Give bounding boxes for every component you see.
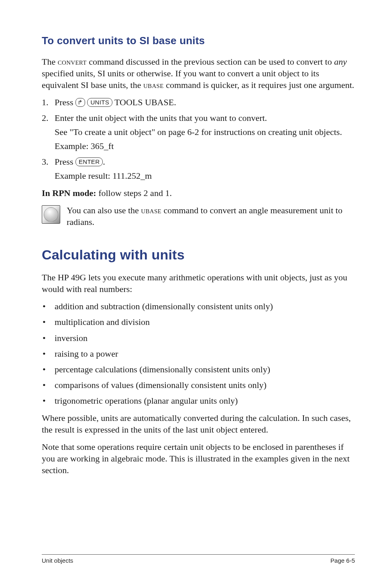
step-3: Press ENTER. Example result: 111.252_m xyxy=(42,156,355,182)
units-key-icon: UNITS xyxy=(87,98,112,107)
calc-para2: Where possible, units are automatically … xyxy=(42,412,355,435)
text: command discussed in the previous sectio… xyxy=(87,57,334,67)
step2-main: Enter the unit object with the units tha… xyxy=(55,113,267,123)
calc-intro: The HP 49G lets you execute many arithme… xyxy=(42,272,355,295)
text: . xyxy=(103,157,105,167)
list-item: comparisons of values (dimensionally con… xyxy=(42,379,355,391)
shift-key-icon: ↱ xyxy=(75,98,85,107)
emphasis-any: any xyxy=(334,57,347,67)
step2-see: See "To create a unit object" on page 6-… xyxy=(55,126,355,138)
list-item: percentage calculations (dimensionally c… xyxy=(42,363,355,375)
operations-list: addition and subtraction (dimensionally … xyxy=(42,300,355,406)
text: Press xyxy=(55,157,75,167)
text: command is quicker, as it requires just … xyxy=(164,80,354,90)
footer-chapter: Unit objects xyxy=(42,557,73,564)
step-1: Press ↱ UNITS TOOLS UBASE. xyxy=(42,96,355,108)
lightbulb-icon xyxy=(42,205,60,224)
step2-example: Example: 365_ft xyxy=(55,140,355,152)
step-2: Enter the unit object with the units tha… xyxy=(42,112,355,152)
list-item: inversion xyxy=(42,332,355,344)
intro-paragraph-1: The convert command discussed in the pre… xyxy=(42,56,355,91)
rpn-label: In RPN mode: xyxy=(42,188,96,198)
convert-command-name: convert xyxy=(58,57,87,67)
list-item: addition and subtraction (dimensionally … xyxy=(42,300,355,312)
tip-text: You can also use the ubase command to co… xyxy=(67,204,355,228)
text: TOOLS UBASE. xyxy=(112,97,176,107)
steps-list: Press ↱ UNITS TOOLS UBASE. Enter the uni… xyxy=(42,96,355,182)
page-content: To convert units to SI base units The co… xyxy=(0,0,383,502)
heading-calculating: Calculating with units xyxy=(42,247,355,263)
page-footer: Unit objects Page 6-5 xyxy=(42,554,355,564)
tip-block: You can also use the ubase command to co… xyxy=(42,204,355,228)
text: The xyxy=(42,57,58,67)
footer-page: Page 6-5 xyxy=(330,557,355,564)
ubase-command-name: ubase xyxy=(141,205,161,215)
text: Press xyxy=(55,97,75,107)
list-item: multiplication and division xyxy=(42,316,355,328)
rpn-mode-note: In RPN mode: follow steps 2 and 1. xyxy=(42,187,355,199)
calc-para3: Note that some operations require certai… xyxy=(42,441,355,476)
heading-convert-si: To convert units to SI base units xyxy=(42,35,355,47)
list-item: trigonometric operations (planar angular… xyxy=(42,395,355,406)
text: You can also use the xyxy=(67,205,141,215)
step3-result: Example result: 111.252_m xyxy=(55,170,355,182)
ubase-command-name: ubase xyxy=(143,80,164,90)
list-item: raising to a power xyxy=(42,348,355,359)
rpn-text: follow steps 2 and 1. xyxy=(96,188,172,198)
enter-key-icon: ENTER xyxy=(75,157,103,166)
